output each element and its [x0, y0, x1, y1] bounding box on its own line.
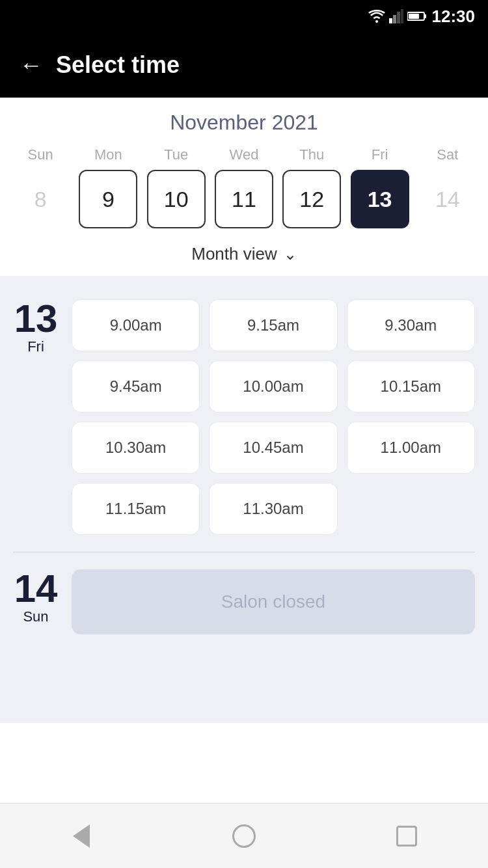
day-14-block: 14 Sun Salon closed: [0, 559, 488, 645]
chevron-down-icon: ⌄: [284, 245, 297, 264]
weekday-row: Sun Mon Tue Wed Thu Fri Sat: [0, 146, 488, 163]
weekday-mon: Mon: [79, 146, 137, 163]
time-slot-930am[interactable]: 9.30am: [347, 299, 475, 351]
svg-rect-5: [424, 14, 426, 18]
weekday-wed: Wed: [215, 146, 273, 163]
date-cell-11[interactable]: 11: [215, 170, 273, 228]
date-cell-9[interactable]: 9: [79, 170, 137, 228]
time-slot-1045am[interactable]: 10.45am: [209, 422, 337, 474]
header: ← Select time: [0, 33, 488, 98]
back-button[interactable]: ←: [20, 51, 43, 79]
date-row: 8 9 10 11 12 13 14: [0, 170, 488, 228]
weekday-fri: Fri: [351, 146, 409, 163]
battery-icon: [407, 11, 427, 21]
back-nav-icon: [73, 824, 90, 848]
month-view-label: Month view: [191, 244, 277, 264]
weekday-sat: Sat: [418, 146, 477, 163]
date-cell-10[interactable]: 10: [147, 170, 206, 228]
day-14-number: 14: [14, 569, 58, 608]
date-cell-8[interactable]: 8: [11, 170, 70, 228]
time-slot-915am[interactable]: 9.15am: [209, 299, 337, 351]
status-bar: 12:30: [0, 0, 488, 33]
month-title: November 2021: [0, 111, 488, 135]
date-cell-14[interactable]: 14: [418, 170, 477, 228]
signal-icon: [389, 9, 403, 23]
weekday-tue: Tue: [147, 146, 206, 163]
time-slot-1000am[interactable]: 10.00am: [209, 360, 337, 413]
svg-rect-1: [393, 15, 396, 23]
salon-closed-text: Salon closed: [221, 591, 325, 612]
day-14-name: Sun: [23, 608, 48, 625]
time-slot-1100am[interactable]: 11.00am: [347, 422, 475, 474]
recents-nav-icon: [396, 826, 417, 847]
weekday-thu: Thu: [282, 146, 341, 163]
calendar-section: November 2021 Sun Mon Tue Wed Thu Fri Sa…: [0, 98, 488, 276]
time-slot-1015am[interactable]: 10.15am: [347, 360, 475, 413]
wifi-icon: [368, 10, 385, 23]
day-13-label: 13 Fri: [13, 299, 59, 355]
month-view-toggle[interactable]: Month view ⌄: [0, 235, 488, 276]
svg-rect-0: [389, 18, 392, 23]
home-nav-icon: [232, 824, 256, 848]
page-title: Select time: [56, 51, 180, 79]
day-13-name: Fri: [27, 338, 44, 355]
date-cell-12[interactable]: 12: [282, 170, 341, 228]
day-divider: [13, 552, 475, 552]
time-slot-900am[interactable]: 9.00am: [72, 299, 200, 351]
date-cell-13[interactable]: 13: [351, 170, 409, 228]
svg-rect-3: [401, 9, 403, 23]
day-13-block: 13 Fri 9.00am 9.15am 9.30am 9.45am 10.00…: [0, 289, 488, 545]
recents-nav-button[interactable]: [381, 810, 433, 862]
svg-rect-2: [397, 12, 400, 23]
back-nav-button[interactable]: [55, 810, 107, 862]
day-14-label: 14 Sun: [13, 569, 59, 625]
time-slot-945am[interactable]: 9.45am: [72, 360, 200, 413]
day-13-number: 13: [14, 299, 58, 338]
weekday-sun: Sun: [11, 146, 70, 163]
time-slot-1130am[interactable]: 11.30am: [209, 483, 337, 535]
status-icons: [368, 9, 427, 23]
bottom-spacer: [0, 645, 488, 710]
time-slot-1030am[interactable]: 10.30am: [72, 422, 200, 474]
salon-closed-box: Salon closed: [72, 569, 475, 634]
svg-rect-6: [409, 14, 419, 19]
time-slot-1115am[interactable]: 11.15am: [72, 483, 200, 535]
bottom-nav: [0, 803, 488, 868]
time-slots-grid-13: 9.00am 9.15am 9.30am 9.45am 10.00am 10.1…: [72, 299, 475, 535]
home-nav-button[interactable]: [218, 810, 270, 862]
status-time: 12:30: [432, 7, 476, 27]
time-section: 13 Fri 9.00am 9.15am 9.30am 9.45am 10.00…: [0, 276, 488, 723]
